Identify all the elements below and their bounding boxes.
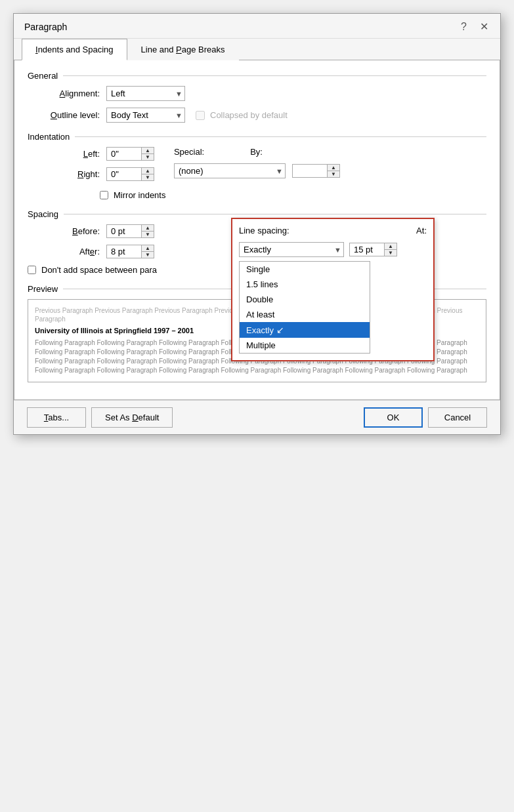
- tab-indents-spacing[interactable]: Indents and Spacing: [22, 39, 127, 60]
- line-spacing-label: Line spacing:: [239, 226, 289, 235]
- indentation-section-label: Indentation: [28, 132, 486, 142]
- indent-left-down[interactable]: ▼: [141, 154, 154, 160]
- title-controls: ? ✕: [457, 19, 492, 34]
- before-label: Before:: [28, 226, 100, 236]
- indent-left-up[interactable]: ▲: [141, 148, 154, 154]
- special-group: Special: By:: [174, 147, 340, 157]
- alignment-label: Alignment:: [28, 89, 100, 98]
- indent-left-input[interactable]: [107, 148, 141, 160]
- before-underline: B: [72, 226, 78, 236]
- before-group: Before: ▲ ▼: [28, 224, 157, 238]
- ls-option-multiple[interactable]: Multiple: [240, 338, 370, 353]
- set-default-button[interactable]: Set As Default: [91, 407, 173, 428]
- tabs-button[interactable]: Tabs...: [27, 407, 86, 428]
- at-up[interactable]: ▲: [384, 243, 396, 250]
- ls-option-at-least[interactable]: At least: [240, 307, 370, 322]
- paragraph-dialog: Paragraph ? ✕ Indents and Spacing Line a…: [13, 13, 501, 435]
- line-spacing-select[interactable]: Single 1.5 lines Double At least Exactly…: [239, 242, 344, 257]
- indent-right-group: Right: ▲ ▼: [28, 167, 154, 181]
- alignment-select[interactable]: Left Center Right Justified: [106, 86, 185, 101]
- close-button[interactable]: ✕: [476, 19, 492, 34]
- indentation-section: Indentation Left: ▲ ▼: [28, 132, 486, 200]
- ls-option-exactly[interactable]: Exactly ↙: [240, 322, 370, 338]
- by-label: By:: [250, 147, 263, 157]
- tab-line-page-breaks[interactable]: Line and Page Breaks: [127, 39, 239, 60]
- after-label: After:: [28, 247, 100, 256]
- indent-right-down[interactable]: ▼: [141, 174, 154, 180]
- title-bar: Paragraph ? ✕: [14, 14, 500, 39]
- indent-right-spinner: ▲ ▼: [106, 167, 154, 181]
- indent-left-underline: L: [83, 149, 88, 159]
- dont-add-label: Don't add space between para: [41, 265, 157, 275]
- collapsed-group: Collapsed by default: [196, 110, 288, 120]
- at-input[interactable]: [350, 243, 384, 256]
- outline-select-wrapper: Body Text Level 1 Level 2 ▼: [106, 108, 185, 123]
- after-group: After: ▲ ▼: [28, 245, 157, 258]
- after-underline: e: [90, 247, 95, 256]
- indent-right-underline: R: [77, 169, 83, 179]
- outline-group: Outline level: Body Text Level 1 Level 2…: [28, 108, 486, 123]
- indent-right-label: Right:: [28, 169, 100, 179]
- mirror-label: Mirror indents: [114, 190, 165, 200]
- indent-right-input[interactable]: [107, 168, 141, 180]
- indent-right-up[interactable]: ▲: [141, 168, 154, 174]
- alignment-select-wrapper: Left Center Right Justified ▼: [106, 86, 185, 101]
- ls-controls: Single 1.5 lines Double At least Exactly…: [239, 242, 427, 257]
- general-section-label: General: [28, 71, 486, 81]
- ls-header: Line spacing: At:: [239, 226, 427, 235]
- mirror-group: Mirror indents: [100, 190, 486, 200]
- by-down[interactable]: ▼: [327, 171, 339, 177]
- special-select-wrapper: (none) First line Hanging ▼: [174, 163, 286, 178]
- dont-add-checkbox[interactable]: [28, 266, 36, 274]
- collapsed-checkbox[interactable]: [196, 111, 205, 120]
- indent-left-right: Left: ▲ ▼ Right:: [28, 147, 154, 188]
- ls-option-1-5[interactable]: 1.5 lines: [240, 277, 370, 292]
- after-up[interactable]: ▲: [141, 245, 154, 252]
- cancel-button[interactable]: Cancel: [428, 407, 487, 428]
- before-spinner: ▲ ▼: [106, 224, 154, 238]
- by-spinbtns: ▲ ▼: [327, 165, 339, 177]
- by-label-wrap: By:: [250, 147, 263, 157]
- by-up[interactable]: ▲: [327, 165, 339, 171]
- dialog-title: Paragraph: [24, 22, 67, 32]
- after-down[interactable]: ▼: [141, 252, 154, 258]
- indent-left-spinner: ▲ ▼: [106, 147, 154, 161]
- line-spacing-box: Line spacing: At: Single 1.5 lines Doubl…: [231, 218, 435, 361]
- at-spinner: ▲ ▼: [349, 243, 397, 256]
- ls-option-single[interactable]: Single: [240, 262, 370, 277]
- by-input[interactable]: [293, 165, 327, 177]
- indent-left-group: Left: ▲ ▼: [28, 147, 154, 161]
- tab-bar: Indents and Spacing Line and Page Breaks: [14, 39, 500, 60]
- by-spinner: ▲ ▼: [292, 164, 340, 178]
- before-input[interactable]: [107, 225, 141, 237]
- ls-option-double[interactable]: Double: [240, 292, 370, 307]
- before-spinbtns: ▲ ▼: [141, 225, 154, 237]
- before-up[interactable]: ▲: [141, 225, 154, 232]
- at-spinbtns: ▲ ▼: [384, 243, 396, 256]
- outline-select[interactable]: Body Text Level 1 Level 2: [106, 108, 185, 123]
- footer-spacer: [178, 407, 358, 428]
- spacing-left: Before: ▲ ▼ After:: [28, 224, 157, 275]
- help-button[interactable]: ?: [457, 20, 471, 34]
- at-down[interactable]: ▼: [384, 250, 396, 256]
- special-select[interactable]: (none) First line Hanging: [174, 163, 286, 178]
- tab-line-page-label2: age Breaks: [182, 45, 225, 54]
- indent-left-label: Left:: [28, 149, 100, 159]
- special-label: Special:: [174, 147, 204, 157]
- indent-right-spinbtns: ▲ ▼: [141, 168, 154, 180]
- dont-add-group: Don't add space between para: [28, 265, 157, 275]
- tab-indents-spacing-label: ndents and Spacing: [38, 45, 114, 54]
- outline-label: Outline level:: [28, 110, 100, 120]
- special-controls: (none) First line Hanging ▼ ▲ ▼: [174, 163, 340, 178]
- dialog-content: General Alignment: Left Center Right Jus…: [14, 60, 500, 400]
- ok-button[interactable]: OK: [364, 407, 423, 428]
- mirror-checkbox[interactable]: [100, 191, 108, 199]
- alignment-group: Alignment: Left Center Right Justified ▼: [28, 86, 486, 101]
- after-spinner: ▲ ▼: [106, 245, 154, 258]
- before-down[interactable]: ▼: [141, 232, 154, 237]
- after-input[interactable]: [107, 245, 141, 258]
- tabs-label: abs...: [48, 413, 69, 422]
- set-default-underline: D: [132, 413, 138, 422]
- ls-dropdown-list: Single 1.5 lines Double At least Exactly…: [239, 261, 370, 354]
- ls-select-wrapper: Single 1.5 lines Double At least Exactly…: [239, 242, 344, 257]
